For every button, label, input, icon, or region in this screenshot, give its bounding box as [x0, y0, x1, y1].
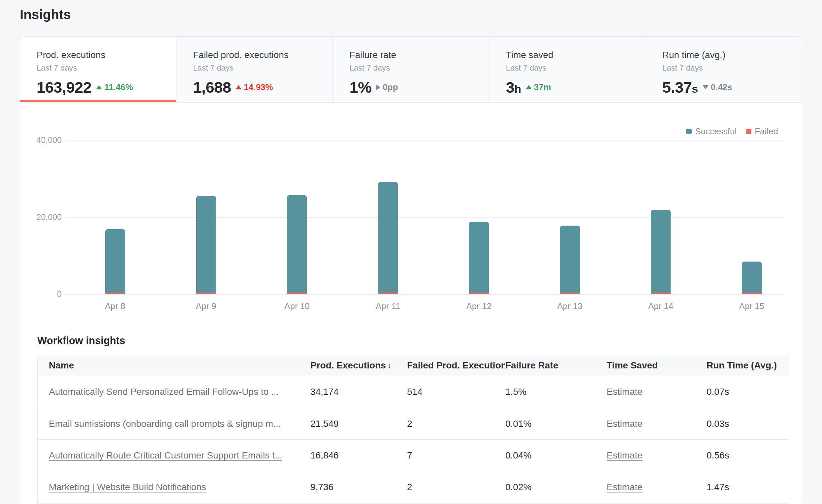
x-axis-tick: Apr 14 [634, 301, 687, 311]
card-title: Failed prod. executions [193, 50, 326, 60]
x-axis-tick: Apr 9 [180, 301, 233, 311]
prod-executions-cell: 9,736 [310, 482, 407, 492]
legend-label: Successful [695, 126, 737, 136]
column-header-prod-executions[interactable]: Prod. Executions↓ [310, 360, 407, 371]
trend-right-icon [376, 84, 380, 90]
failure-rate-cell: 0.02% [505, 482, 606, 492]
bar-apr-9 [196, 196, 216, 294]
time-saved-estimate-link[interactable]: Estimate [606, 387, 643, 397]
card-delta: 0pp [376, 82, 398, 92]
card-subtitle: Last 7 days [506, 63, 639, 73]
bar-failed-segment [378, 293, 398, 294]
prod-executions-cell: 16,846 [310, 450, 407, 461]
bar-failed-segment [742, 293, 762, 294]
chart-legend: SuccessfulFailed [686, 126, 778, 136]
column-header-run-time-avg[interactable]: Run Time (Avg.) [707, 360, 789, 371]
prod-executions-cell: 34,174 [310, 387, 407, 397]
card-delta: 14.93% [236, 82, 273, 92]
executions-bar-chart: SuccessfulFailed 020,00040,000Apr 8Apr 9… [20, 103, 802, 330]
legend-swatch-successful-icon [686, 129, 692, 134]
summary-card-failure-rate[interactable]: Failure rateLast 7 days1%0pp [333, 37, 489, 102]
summary-card-time-saved[interactable]: Time savedLast 7 days3h37m [489, 37, 646, 102]
trend-down-icon [703, 85, 709, 89]
card-subtitle: Last 7 days [349, 63, 482, 73]
card-subtitle: Last 7 days [662, 63, 795, 73]
time-saved-estimate-link[interactable]: Estimate [606, 482, 643, 492]
legend-item-failed[interactable]: Failed [746, 126, 778, 136]
card-value: 5.37s [662, 78, 698, 96]
failure-rate-cell: 0.01% [505, 419, 606, 429]
prod-executions-cell: 21,549 [310, 419, 407, 429]
trend-up-icon [526, 85, 532, 89]
table-body: Automatically Send Personalized Email Fo… [38, 376, 789, 503]
summary-card-prod-executions[interactable]: Prod. executionsLast 7 days163,92211.46% [20, 37, 176, 102]
workflow-insights-table: NameProd. Executions↓Failed Prod. Execut… [37, 355, 789, 504]
bar-successful-segment [105, 229, 125, 294]
legend-swatch-failed-icon [746, 129, 751, 134]
bar-apr-14 [651, 210, 671, 294]
workflow-name-link[interactable]: Automatically Route Critical Customer Su… [49, 450, 282, 460]
column-header-failed-prod-executions[interactable]: Failed Prod. Executions [407, 360, 505, 371]
workflow-name-link[interactable]: Marketing | Website Build Notifications [49, 482, 206, 492]
card-delta: 11.46% [96, 82, 133, 92]
legend-item-successful[interactable]: Successful [686, 126, 737, 136]
bar-failed-segment [651, 293, 671, 294]
bar-apr-12 [469, 222, 489, 294]
summary-card-failed-prod-executions[interactable]: Failed prod. executionsLast 7 days1,6881… [176, 37, 333, 102]
gridline-40000 [66, 140, 785, 140]
summary-card-run-time-avg[interactable]: Run time (avg.)Last 7 days5.37s0.42s [646, 37, 802, 102]
workflow-name-link[interactable]: Email sumissions (onboarding call prompt… [49, 419, 281, 429]
card-title: Time saved [506, 50, 639, 60]
failed-prod-executions-cell: 2 [407, 419, 505, 429]
card-subtitle: Last 7 days [193, 63, 326, 73]
failed-prod-executions-cell: 7 [407, 450, 505, 461]
table-row: Marketing | Website Build Notifications9… [38, 471, 789, 503]
table-next-row-partial [38, 503, 789, 504]
column-header-name[interactable]: Name [38, 360, 310, 371]
x-axis-tick: Apr 12 [453, 301, 505, 311]
card-value: 3h [506, 78, 521, 96]
column-header-time-saved[interactable]: Time Saved [606, 360, 707, 371]
bar-apr-13 [560, 225, 580, 294]
gridline-0 [66, 294, 785, 295]
table-row: Automatically Route Critical Customer Su… [38, 439, 789, 471]
column-header-failure-rate[interactable]: Failure Rate [505, 360, 606, 371]
card-delta: 0.42s [703, 82, 732, 92]
failure-rate-cell: 0.04% [505, 450, 606, 461]
bar-successful-segment [560, 225, 580, 294]
bar-failed-segment [469, 293, 489, 294]
active-card-indicator [20, 100, 176, 102]
time-saved-estimate-link[interactable]: Estimate [606, 450, 643, 460]
workflow-name-link[interactable]: Automatically Send Personalized Email Fo… [49, 387, 279, 397]
workflow-insights-heading: Workflow insights [37, 334, 802, 347]
bar-successful-segment [196, 196, 216, 294]
legend-label: Failed [755, 126, 778, 136]
x-axis-tick: Apr 8 [89, 301, 141, 311]
table-header-row: NameProd. Executions↓Failed Prod. Execut… [38, 355, 789, 376]
x-axis-tick: Apr 13 [543, 301, 596, 311]
trend-up-icon [96, 85, 102, 89]
card-title: Prod. executions [37, 50, 169, 60]
summary-cards-row: Prod. executionsLast 7 days163,92211.46%… [20, 37, 802, 103]
gridline-20000 [66, 217, 785, 218]
x-axis-tick: Apr 10 [271, 301, 323, 311]
card-title: Failure rate [349, 50, 482, 60]
failed-prod-executions-cell: 514 [407, 387, 505, 397]
y-axis-tick: 40,000 [20, 135, 62, 145]
bar-apr-11 [378, 182, 398, 294]
run-time-cell: 1.47s [707, 482, 789, 492]
bar-failed-segment [105, 293, 125, 294]
time-saved-estimate-link[interactable]: Estimate [606, 419, 643, 429]
card-value: 163,922 [37, 78, 91, 96]
insights-panel: Prod. executionsLast 7 days163,92211.46%… [20, 36, 802, 504]
page-title: Insights [20, 7, 822, 22]
bar-apr-10 [287, 195, 307, 294]
run-time-cell: 0.03s [707, 419, 789, 429]
bar-failed-segment [560, 293, 580, 294]
bar-successful-segment [378, 182, 398, 294]
bar-failed-segment [287, 293, 307, 294]
bar-apr-15 [742, 262, 762, 294]
run-time-cell: 0.07s [707, 387, 789, 397]
bar-successful-segment [469, 222, 489, 294]
table-row: Email sumissions (onboarding call prompt… [38, 408, 789, 439]
